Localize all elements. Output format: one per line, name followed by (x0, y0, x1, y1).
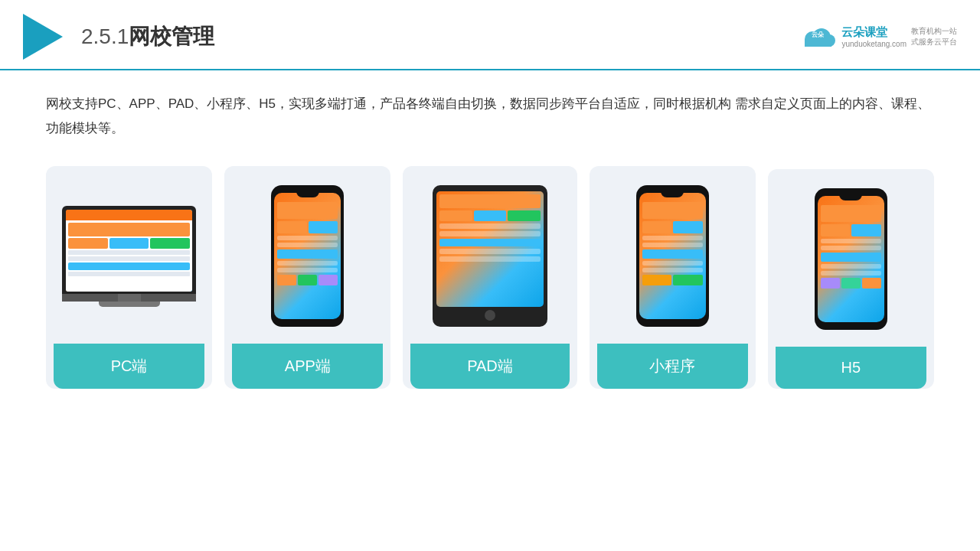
pc-stand (99, 302, 160, 307)
card-app-label: APP端 (232, 344, 383, 389)
pad-device-area (410, 180, 569, 333)
card-pad: PAD端 (403, 166, 577, 389)
app-phone (271, 185, 344, 327)
tablet-home-button (485, 310, 495, 321)
brand-tagline: 教育机构一站式服务云平台 (911, 26, 957, 47)
card-app: APP端 (224, 166, 390, 389)
brand-text-block: 云朵课堂 yunduoketang.com (841, 25, 906, 48)
brand-name: 云朵课堂 (841, 25, 906, 40)
miniapp-phone-screen (639, 193, 706, 319)
phone-notch (296, 191, 319, 197)
brand-url: yunduoketang.com (841, 40, 906, 48)
phone-screen-content (277, 202, 338, 285)
tablet-screen (436, 191, 544, 307)
section-number: 2.5.1 (81, 24, 129, 48)
card-miniapp-label: 小程序 (597, 344, 748, 389)
tablet-screen-content (439, 194, 541, 262)
description-text: 网校支持PC、APP、PAD、小程序、H5，实现多端打通，产品各终端自由切换，数… (46, 92, 934, 142)
logo-triangle-icon (23, 14, 63, 60)
miniapp-device-area (597, 180, 748, 333)
miniapp-phone (636, 185, 709, 327)
h5-phone (815, 188, 887, 330)
miniapp-phone-notch (661, 191, 684, 197)
card-pc-label: PC端 (54, 344, 204, 389)
header-left: 2.5.1网校管理 (23, 14, 214, 60)
pc-base (62, 294, 196, 302)
h5-phone-screen-content (821, 205, 881, 289)
title-text: 网校管理 (129, 24, 214, 48)
pad-tablet (433, 185, 547, 327)
app-device-area (232, 180, 383, 333)
pc-screen-inner (66, 210, 192, 292)
pc-screen-content (66, 210, 192, 292)
svg-rect-3 (805, 39, 831, 47)
card-pc: PC端 (46, 166, 212, 389)
phone-screen (274, 193, 341, 319)
h5-phone-notch (839, 194, 862, 201)
brand-area: 云朵 云朵课堂 yunduoketang.com 教育机构一站式服务云平台 (799, 24, 957, 51)
svg-text:云朵: 云朵 (812, 31, 825, 38)
brand-logo: 云朵 云朵课堂 yunduoketang.com 教育机构一站式服务云平台 (799, 24, 957, 51)
device-cards-container: PC端 (46, 166, 934, 389)
main-content: 网校支持PC、APP、PAD、小程序、H5，实现多端打通，产品各终端自由切换，数… (0, 70, 980, 404)
cloud-icon: 云朵 (799, 24, 837, 51)
h5-phone-screen (818, 196, 884, 322)
card-h5-label: H5 (776, 347, 926, 389)
pc-device-area (54, 180, 204, 333)
h5-device-area (776, 183, 926, 336)
card-miniapp: 小程序 (590, 166, 756, 389)
page-title: 2.5.1网校管理 (81, 22, 214, 51)
page-header: 2.5.1网校管理 云朵 云朵课堂 yunduoketang.com 教育机构一… (0, 0, 980, 70)
pc-screen-outer (62, 206, 196, 294)
card-h5: H5 (768, 169, 934, 389)
miniapp-phone-screen-content (642, 202, 703, 285)
card-pad-label: PAD端 (410, 344, 569, 389)
pc-monitor (62, 206, 196, 307)
